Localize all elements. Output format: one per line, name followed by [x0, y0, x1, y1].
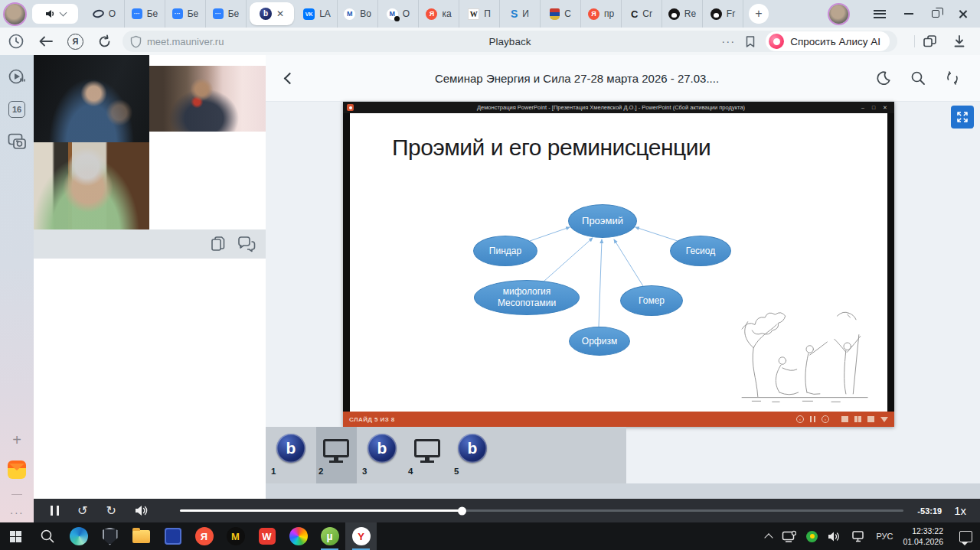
playback-speed[interactable]: 1x	[954, 504, 966, 517]
add-icon[interactable]: +	[12, 434, 21, 445]
browser-tab-active[interactable]: b✕	[250, 2, 294, 25]
new-tab-button[interactable]: +	[749, 4, 769, 24]
browser-tab[interactable]: CCr	[622, 0, 662, 28]
start-button[interactable]	[0, 522, 31, 550]
notification-dot	[394, 16, 400, 21]
browser-tab[interactable]: Re	[662, 0, 703, 28]
profile-avatar[interactable]	[5, 4, 25, 24]
browser-tab[interactable]: ···Бе	[125, 0, 165, 28]
volume-icon[interactable]	[828, 531, 841, 542]
menu-icon[interactable]	[874, 10, 886, 18]
university-emblem-icon	[165, 528, 181, 545]
wps-icon: W	[259, 528, 276, 545]
mir-tankov-icon: M	[227, 527, 245, 545]
taskbar-utorrent[interactable]: µ	[314, 522, 345, 550]
browser-tab[interactable]: VKLA	[297, 0, 338, 28]
rewind-button[interactable]: ↺	[77, 505, 87, 517]
participant-video	[149, 66, 266, 132]
date: 01.04.2026	[903, 536, 943, 547]
pause-button[interactable]	[51, 506, 59, 516]
taskbar-yandex[interactable]: Я	[188, 522, 220, 550]
thumbnail-number: 3	[362, 467, 367, 476]
browser-tab[interactable]: SИ	[500, 0, 541, 28]
language-indicator[interactable]: РУС	[876, 532, 893, 541]
yandex-mail-icon[interactable]	[8, 461, 26, 479]
github-icon	[710, 8, 722, 20]
screen-record-icon[interactable]	[782, 530, 796, 542]
volume-button[interactable]	[135, 505, 149, 516]
taskbar-mir-tankov[interactable]: M	[220, 522, 251, 550]
participant-video-frame	[149, 55, 266, 142]
taskbar-search[interactable]	[31, 522, 63, 550]
history-icon[interactable]	[8, 33, 24, 50]
bigbluebutton-icon: b	[276, 434, 305, 463]
browser-tab[interactable]: Яка	[419, 0, 459, 28]
taskbar-yandex-browser[interactable]: Y	[345, 522, 377, 550]
screenshot-icon[interactable]	[8, 133, 27, 150]
ask-alice-button[interactable]: Спросить Алису AI	[766, 31, 890, 51]
taskbar-clock[interactable]: 12:33:22 01.04.2026	[903, 526, 943, 547]
taskbar-explorer[interactable]	[126, 522, 157, 550]
tab-audio-button[interactable]	[32, 4, 78, 24]
minimize-icon[interactable]	[904, 13, 913, 15]
browser-tab[interactable]: WП	[459, 0, 500, 28]
address-bar[interactable]: meet.mauniver.ru Playback ··· Спросить А…	[122, 31, 897, 52]
browser-tab[interactable]: О	[84, 0, 125, 28]
taskbar-edge[interactable]	[63, 522, 94, 550]
taskbar-yandex-start[interactable]	[283, 522, 314, 550]
network-icon[interactable]	[851, 530, 866, 542]
yandex-browser-icon: Y	[352, 527, 371, 545]
browser-sidebar: 16 + ···	[0, 55, 34, 522]
thumbnail-2[interactable]	[321, 433, 351, 464]
bookmark-icon[interactable]	[745, 35, 756, 48]
powerpoint-titlebar: Демонстрация PowerPoint - [Презентация Х…	[343, 102, 894, 113]
yandex-home-icon[interactable]: Я	[67, 34, 83, 50]
browser-tab[interactable]: Fr	[703, 0, 743, 28]
c-icon: C	[631, 8, 638, 20]
more-icon[interactable]: ···	[10, 510, 24, 515]
next-slide-icon: ›	[822, 415, 829, 423]
chat-icon[interactable]	[237, 236, 256, 252]
extensions-icon[interactable]	[923, 34, 937, 48]
profile-avatar[interactable]	[829, 5, 848, 24]
powerpoint-window-controls: – □ ✕	[861, 105, 890, 111]
more-icon[interactable]: ···	[721, 37, 735, 45]
restore-icon[interactable]	[932, 10, 939, 18]
thumbnail-5[interactable]: b	[457, 433, 488, 464]
taskbar-wps[interactable]: W	[251, 522, 283, 550]
utorrent-icon: µ	[321, 527, 339, 545]
tray-expand-icon[interactable]	[765, 533, 773, 542]
thumbnail-3[interactable]: b	[367, 433, 397, 464]
participant-video	[34, 55, 149, 142]
copy-icon[interactable]	[211, 236, 226, 252]
browser-tab[interactable]: Япр	[581, 0, 622, 28]
taskbar-lesta[interactable]	[94, 522, 126, 550]
calendar-icon[interactable]: 16	[8, 101, 25, 118]
media-player-icon[interactable]	[8, 67, 26, 86]
divider	[11, 494, 22, 496]
antivirus-icon[interactable]	[806, 531, 818, 542]
thumbnail-1[interactable]: b	[276, 433, 306, 464]
download-icon[interactable]	[952, 34, 966, 48]
back-icon[interactable]	[284, 72, 296, 84]
refresh-icon[interactable]	[97, 34, 112, 49]
sync-icon[interactable]	[945, 70, 960, 86]
dark-mode-icon[interactable]	[876, 70, 891, 86]
search-icon[interactable]	[910, 70, 926, 86]
back-icon[interactable]	[38, 35, 54, 47]
taskbar-emblem-app[interactable]	[157, 522, 188, 550]
close-tab-icon[interactable]: ✕	[276, 8, 284, 19]
forward-button[interactable]: ↻	[106, 505, 116, 517]
powerpoint-title: Демонстрация PowerPoint - [Презентация Х…	[374, 104, 848, 111]
progress-bar[interactable]	[180, 509, 904, 512]
browser-tab[interactable]: МВо	[338, 0, 378, 28]
browser-tab[interactable]: С	[541, 0, 581, 28]
thumbnail-4[interactable]	[412, 433, 443, 464]
browser-tab[interactable]: ···Бе	[165, 0, 206, 28]
close-icon[interactable]	[958, 9, 968, 19]
fullscreen-button[interactable]	[951, 106, 974, 129]
messenger-icon: ···	[132, 8, 142, 19]
browser-tab[interactable]: МО	[378, 0, 419, 28]
notification-center-icon[interactable]	[959, 531, 972, 542]
browser-tab[interactable]: ···Бе	[206, 0, 247, 28]
